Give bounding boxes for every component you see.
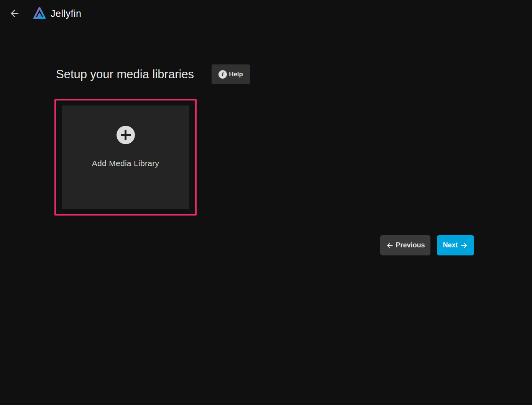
arrow-right-icon [460,241,468,250]
add-library-card[interactable]: Add Media Library [54,99,197,216]
app-logo: Jellyfin [31,5,81,22]
title-row: Setup your media libraries i Help [56,64,250,84]
help-button-label: Help [229,71,243,78]
next-button[interactable]: Next [437,235,474,255]
previous-button-label: Previous [396,241,425,249]
help-button[interactable]: i Help [212,64,250,84]
plus-icon [117,126,135,144]
jellyfin-logo-icon [31,5,48,22]
arrow-left-icon [386,241,394,250]
page-title: Setup your media libraries [56,68,194,81]
arrow-back-icon [9,8,20,19]
back-button[interactable] [6,5,23,22]
top-bar: Jellyfin [0,0,532,27]
previous-button[interactable]: Previous [380,235,430,255]
app-name: Jellyfin [51,8,81,19]
info-icon: i [218,70,227,79]
add-library-card-inner: Add Media Library [62,105,189,209]
add-library-card-label: Add Media Library [92,159,159,168]
next-button-label: Next [443,241,458,249]
wizard-nav: Previous Next [380,235,474,255]
